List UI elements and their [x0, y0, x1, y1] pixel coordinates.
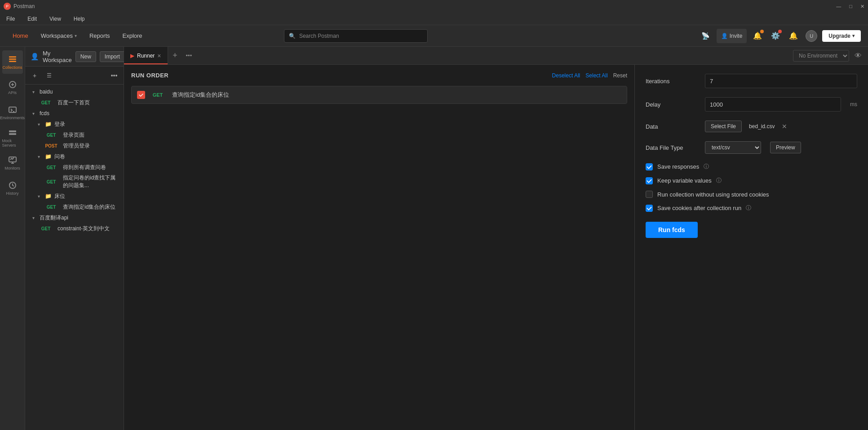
- workspace-user-icon: 👤: [31, 53, 39, 61]
- deselect-all-btn[interactable]: Deselect All: [552, 72, 580, 79]
- alerts-btn[interactable]: 🔔: [786, 29, 801, 43]
- request-method: GET: [150, 92, 166, 98]
- sidebar-item-environments[interactable]: Environments: [2, 101, 23, 124]
- nav-workspaces[interactable]: Workspaces ▾: [35, 30, 82, 42]
- maximize-button[interactable]: □: [849, 4, 852, 9]
- data-file-type-select[interactable]: text/csv application/json: [705, 141, 761, 154]
- run-fcds-button[interactable]: Run fcds: [646, 222, 698, 238]
- iterations-input[interactable]: [705, 74, 857, 88]
- file-name: bed_id.csv: [749, 123, 775, 130]
- tab-label: Runner: [137, 53, 155, 59]
- add-collection-btn[interactable]: +: [29, 70, 40, 81]
- svg-point-7: [14, 130, 15, 132]
- env-select-dropdown[interactable]: No Environment: [793, 50, 849, 62]
- request-wenjuan-get2[interactable]: GET 指定问卷的id查找下属的问题集...: [25, 173, 124, 191]
- close-button[interactable]: ✕: [860, 4, 864, 9]
- request-chuwei-get[interactable]: GET 查询指定id集合的床位: [25, 202, 124, 212]
- collections-tree: ▾ baidu GET 百度一下首页 ▾ fcds ▾ 📁 登录 GET 登录页…: [25, 85, 124, 430]
- sidebar-item-history[interactable]: History: [2, 176, 23, 200]
- environment-selector: No Environment 👁: [793, 49, 868, 62]
- notifications-btn[interactable]: 🔔: [750, 29, 765, 43]
- check-icon: [646, 178, 652, 184]
- preview-btn[interactable]: Preview: [770, 142, 801, 153]
- request-baidu-get[interactable]: GET 百度一下首页: [25, 97, 124, 108]
- file-clear-btn[interactable]: ✕: [782, 123, 787, 130]
- window-controls[interactable]: — □ ✕: [836, 4, 864, 9]
- avatar-btn[interactable]: U: [804, 29, 819, 43]
- request-denglu-get[interactable]: GET 登录页面: [25, 130, 124, 140]
- monitors-label: Monitors: [4, 166, 20, 170]
- new-tab-btn[interactable]: +: [168, 49, 182, 63]
- sidebar-item-mock-servers[interactable]: Mock Servers: [2, 126, 23, 149]
- sidebar-item-collections[interactable]: Collections: [2, 50, 23, 74]
- runner-panel: RUN ORDER Deselect All Select All Reset …: [124, 65, 868, 430]
- nav-home[interactable]: Home: [7, 30, 34, 42]
- collection-baidu-trans[interactable]: ▾ 百度翻译api: [25, 212, 124, 223]
- tab-close-btn[interactable]: ×: [157, 52, 161, 59]
- menu-view[interactable]: View: [47, 15, 64, 23]
- delay-row: Delay ms: [646, 97, 857, 112]
- eye-icon-btn[interactable]: 👁: [852, 49, 864, 62]
- folder-chuwei[interactable]: ▾ 📁 床位: [25, 191, 124, 202]
- nav-explore[interactable]: Explore: [117, 30, 148, 42]
- folder-wenjuan[interactable]: ▾ 📁 问卷: [25, 151, 124, 162]
- keep-variable-checkbox[interactable]: [646, 177, 653, 184]
- invite-btn[interactable]: 👤 Invite: [717, 29, 747, 43]
- checkbox-save-cookies: Save cookies after collection run ⓘ: [646, 204, 857, 212]
- settings-btn[interactable]: ⚙️: [768, 29, 783, 43]
- collections-label: Collections: [2, 65, 22, 70]
- menu-help[interactable]: Help: [71, 15, 88, 23]
- reset-btn[interactable]: Reset: [613, 72, 627, 79]
- menubar: File Edit View Help: [0, 13, 868, 25]
- monitors-icon: [8, 156, 17, 165]
- environments-label: Environments: [0, 116, 25, 120]
- upgrade-button[interactable]: Upgrade ▾: [822, 30, 861, 42]
- content-area: ▶ Runner × + ••• No Environment 👁: [124, 47, 868, 430]
- search-container: 🔍 Search Postman: [284, 29, 428, 43]
- nav-right: 📡 👤 Invite 🔔 ⚙️ 🔔 U Upgrade ▾: [699, 29, 861, 43]
- request-checkbox[interactable]: [137, 91, 145, 99]
- import-button[interactable]: Import: [100, 51, 125, 62]
- history-label: History: [6, 191, 18, 196]
- titlebar: P Postman — □ ✕: [0, 0, 868, 13]
- menu-file[interactable]: File: [4, 15, 18, 23]
- sidebar-item-apis[interactable]: APIs: [2, 76, 23, 99]
- delay-input[interactable]: [705, 97, 841, 112]
- filter-btn[interactable]: ☰: [43, 70, 55, 81]
- save-responses-checkbox[interactable]: [646, 163, 653, 170]
- collection-fcds[interactable]: ▾ fcds: [25, 108, 124, 119]
- menu-edit[interactable]: Edit: [25, 15, 40, 23]
- save-cookies-info-icon[interactable]: ⓘ: [746, 204, 751, 212]
- avatar: U: [806, 30, 817, 42]
- tab-runner[interactable]: ▶ Runner ×: [124, 47, 168, 64]
- search-box[interactable]: 🔍 Search Postman: [284, 29, 428, 43]
- search-icon: 🔍: [289, 33, 296, 39]
- keep-variable-info-icon[interactable]: ⓘ: [716, 177, 722, 184]
- collection-label: baidu: [40, 89, 53, 95]
- mock-servers-icon: [8, 128, 17, 137]
- folder-chuwei-icon: 📁: [45, 193, 52, 199]
- nav-reports[interactable]: Reports: [84, 30, 115, 42]
- svg-point-8: [14, 133, 15, 134]
- run-order-title: RUN ORDER: [131, 72, 168, 79]
- more-tabs-btn[interactable]: •••: [182, 52, 196, 59]
- apis-label: APIs: [8, 90, 17, 95]
- select-all-btn[interactable]: Select All: [585, 72, 607, 79]
- caret-baidu: ▾: [32, 90, 38, 94]
- folder-denglu[interactable]: ▾ 📁 登录: [25, 119, 124, 130]
- svg-rect-4: [9, 107, 16, 112]
- request-trans-get[interactable]: GET constraint-英文到中文: [25, 223, 124, 234]
- settings-badge: [778, 30, 782, 33]
- save-responses-info-icon[interactable]: ⓘ: [704, 163, 709, 170]
- collection-baidu[interactable]: ▾ baidu: [25, 86, 124, 97]
- save-cookies-checkbox[interactable]: [646, 205, 653, 212]
- select-file-btn[interactable]: Select File: [705, 121, 742, 132]
- sidebar-item-monitors[interactable]: Monitors: [2, 151, 23, 175]
- request-wenjuan-get1[interactable]: GET 得到所有调查问卷: [25, 162, 124, 173]
- minimize-button[interactable]: —: [836, 4, 841, 9]
- more-options-btn[interactable]: •••: [108, 70, 120, 81]
- new-button[interactable]: New: [75, 51, 96, 62]
- no-cookies-checkbox[interactable]: [646, 191, 653, 198]
- request-denglu-post[interactable]: POST 管理员登录: [25, 140, 124, 151]
- satellite-icon-btn[interactable]: 📡: [699, 29, 713, 43]
